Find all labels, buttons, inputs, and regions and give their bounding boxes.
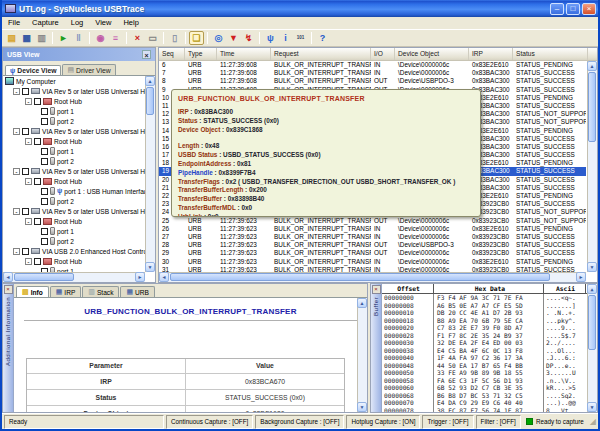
column-header-status[interactable]: Status	[513, 48, 588, 60]
tree-item-root-hub[interactable]: -Root Hub	[3, 216, 145, 226]
tree-item-root-hub[interactable]: -Root Hub	[3, 136, 145, 146]
hex-row[interactable]: 00000018B8 A9 EA 70 6B 79 5E CA...pky^.	[382, 317, 587, 325]
hex-row[interactable]: 00000038E4 C5 BA 4F 6C 0C 13 F8...Ol...	[382, 347, 587, 355]
log-table-row[interactable]: 30URB11:27:39:623BULK_OR_INTERRUPT_TRANS…	[159, 258, 586, 266]
export-log-icon[interactable]: ▥	[34, 31, 49, 45]
expander-icon[interactable]: -	[13, 168, 20, 175]
scroll-right-icon[interactable]: ►	[576, 272, 586, 282]
log-vertical-scrollbar[interactable]: ▲ ▼	[587, 61, 597, 272]
checkbox[interactable]	[41, 118, 48, 125]
column-header-type[interactable]: Type	[185, 48, 217, 60]
hex-row[interactable]: 0000005033 FE A9 9B 89 9B 18 553......U	[382, 369, 587, 377]
column-header-request[interactable]: Request	[271, 48, 371, 60]
checkbox[interactable]	[34, 178, 41, 185]
scroll-left-icon[interactable]: ◄	[159, 272, 169, 282]
tab-info[interactable]: ▤Info	[16, 286, 49, 297]
expander-icon[interactable]: -	[25, 178, 32, 185]
close-button[interactable]: ×	[582, 3, 596, 15]
tree-hscroll-thumb[interactable]	[14, 273, 74, 281]
hex-row[interactable]: 00000000F3 F4 AF 9A 3C 71 7E FA....<q~.	[382, 294, 587, 302]
checkbox[interactable]	[41, 238, 48, 245]
print-icon[interactable]: ▭	[145, 31, 160, 45]
checkbox[interactable]	[41, 148, 48, 155]
pause-capture-icon[interactable]: ‖	[71, 31, 86, 45]
tree-item-controller[interactable]: -VIA Rev 5 or later USB Universal Host C	[3, 86, 145, 96]
find-icon[interactable]: ◎	[211, 31, 226, 45]
checkbox[interactable]	[41, 188, 48, 195]
open-log-icon[interactable]: ▤	[4, 31, 19, 45]
tree-vertical-scrollbar[interactable]: ▲ ▼	[145, 76, 155, 272]
scroll-right-icon[interactable]: ►	[135, 272, 145, 282]
hex-row[interactable]: 0000004844 50 EA 17 B7 65 F4 BBDP...e..	[382, 362, 587, 370]
hex-row[interactable]: 00000068B6 B8 D7 BC 53 71 32 C5....Sq2.	[382, 392, 587, 400]
info-icon[interactable]: i	[278, 31, 293, 45]
hex-row[interactable]: 00000008A6 B5 0E A7 A7 CF E5 5D.......]	[382, 302, 587, 310]
scroll-down-icon[interactable]: ▼	[145, 262, 155, 272]
scroll-up-icon[interactable]: ▲	[357, 298, 367, 308]
menu-item-view[interactable]: View	[89, 17, 117, 29]
tree-item-my-computer[interactable]: My Computer	[3, 76, 145, 86]
log-hscroll-thumb[interactable]	[170, 273, 550, 281]
checkbox[interactable]	[22, 208, 29, 215]
expander-icon[interactable]: -	[13, 208, 20, 215]
menu-item-file[interactable]: File	[2, 17, 26, 29]
checkbox[interactable]	[41, 228, 48, 235]
scroll-left-icon[interactable]: ◄	[3, 272, 13, 282]
hex-row[interactable]: 0000003032 DE EA 2F E4 ED 00 032../....	[382, 339, 587, 347]
hex-row[interactable]: 00000020C7 83 2E E7 39 F0 8D A7....9...	[382, 324, 587, 332]
checkbox[interactable]	[41, 158, 48, 165]
tab-urb[interactable]: ▦URB	[120, 286, 155, 297]
tree-item-port[interactable]: port 2	[3, 196, 145, 206]
log-table-row[interactable]: 27URB11:27:39:623BULK_OR_INTERRUPT_TRANS…	[159, 233, 586, 241]
tab-irp[interactable]: ▦IRP	[50, 286, 82, 297]
checkbox[interactable]	[22, 248, 29, 255]
tree-item-port[interactable]: port 2	[3, 156, 145, 166]
filter-icon[interactable]: ▼	[226, 31, 241, 45]
usb-device-icon[interactable]: ψ	[263, 31, 278, 45]
log-table-row[interactable]: 6URB11:27:39:608BULK_OR_INTERRUPT_TRANSF…	[159, 61, 586, 69]
tree-item-port[interactable]: port 2	[3, 116, 145, 126]
tree-item-controller[interactable]: -VIA Rev 5 or later USB Universal Host C	[3, 126, 145, 136]
expander-icon[interactable]: -	[13, 248, 20, 255]
column-header-irp[interactable]: IRP	[469, 48, 513, 60]
checkbox[interactable]	[22, 88, 29, 95]
hex-row[interactable]: 0000007838 EC 87 E7 56 74 1F 878...Vt..	[382, 407, 587, 413]
start-capture-icon[interactable]: ►	[56, 31, 71, 45]
checkbox[interactable]	[41, 198, 48, 205]
log-table-row[interactable]: 25URB11:27:39:623BULK_OR_INTERRUPT_TRANS…	[159, 217, 586, 225]
delete-icon[interactable]: ×	[130, 31, 145, 45]
tree-item-controller[interactable]: -VIA Rev 5 or later USB Universal Host C	[3, 166, 145, 176]
menu-item-log[interactable]: Log	[65, 17, 90, 29]
checkbox[interactable]	[41, 108, 48, 115]
column-header-time[interactable]: Time	[217, 48, 271, 60]
tab-driver-view[interactable]: ▤Driver View	[62, 64, 115, 75]
hex-row[interactable]: 00000010DB 20 CC 4E A1 D7 2B 93. .N..+.	[382, 309, 587, 317]
tree-item-port[interactable]: port 2	[3, 236, 145, 246]
buffer-panel-close-icon[interactable]: ×	[372, 285, 381, 294]
tree-item-port[interactable]: port 1	[3, 106, 145, 116]
save-log-icon[interactable]: ▦	[19, 31, 34, 45]
expander-icon[interactable]: -	[13, 88, 20, 95]
info-vertical-scrollbar[interactable]: ▲ ▼	[357, 298, 367, 412]
checkbox[interactable]	[34, 138, 41, 145]
capture-options-icon[interactable]: ◉	[93, 31, 108, 45]
info-panel-close-icon[interactable]: ×	[4, 285, 13, 294]
scroll-up-icon[interactable]: ▲	[587, 61, 597, 71]
tab-device-view[interactable]: ψDevice View	[5, 65, 61, 75]
clear-log-icon[interactable]: ≡	[108, 31, 123, 45]
tooltip-toggle-icon[interactable]: ❏	[189, 31, 204, 45]
log-table-row[interactable]: 8URB11:27:39:608BULK_OR_INTERRUPT_TRANSF…	[159, 77, 586, 85]
expander-icon[interactable]: -	[25, 138, 32, 145]
tree-item-port[interactable]: port 1	[3, 146, 145, 156]
hex-row[interactable]: 000000606B 52 93 D2 C7 CB 3E 35kR....>5	[382, 384, 587, 392]
tree-item-controller[interactable]: -VIA USB 2.0 Enhanced Host Controller	[3, 246, 145, 256]
tree-horizontal-scrollbar[interactable]: ◄ ►	[3, 272, 145, 282]
minimize-button[interactable]: –	[550, 3, 564, 15]
tree-item-controller[interactable]: -VIA Rev 5 or later USB Universal Host C	[3, 206, 145, 216]
trigger-icon[interactable]: ↯	[241, 31, 256, 45]
tree-item-root-hub[interactable]: -Root Hub	[3, 256, 145, 266]
column-header-device-object[interactable]: Device Object	[395, 48, 469, 60]
tree-item-port[interactable]: ψport 1 : USB Human Interface D	[3, 186, 145, 196]
hex-vertical-scrollbar[interactable]: ▲ ▼	[587, 284, 597, 412]
hex-scroll-thumb[interactable]	[588, 295, 596, 350]
